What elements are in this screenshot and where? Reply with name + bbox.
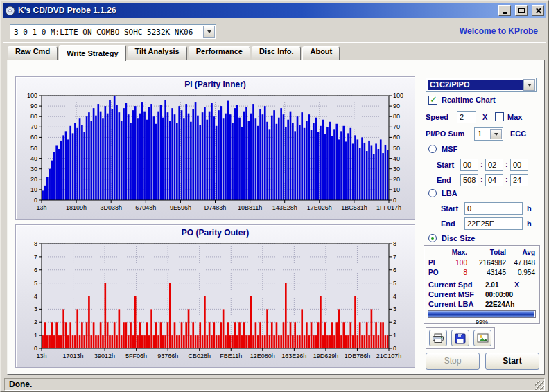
speed-max-checkbox[interactable]	[495, 112, 504, 121]
svg-text:50: 50	[31, 145, 37, 152]
svg-text:70: 70	[393, 123, 400, 130]
stats-pi-max: 100	[445, 259, 467, 267]
current-spd-value: 2.01	[485, 281, 498, 289]
svg-text:80: 80	[31, 113, 37, 120]
msf-end-label: End	[437, 176, 451, 184]
tab-performance[interactable]: Performance	[189, 46, 250, 60]
mode-selector-dropdown-button[interactable]	[523, 79, 535, 91]
print-button[interactable]	[429, 330, 447, 346]
svg-text:1: 1	[393, 332, 397, 339]
close-icon	[535, 8, 541, 14]
tab-tilt-analysis[interactable]: Tilt Analysis	[128, 46, 187, 60]
tab-about[interactable]: About	[302, 46, 340, 60]
chevron-down-icon	[528, 84, 532, 87]
chevron-down-icon	[207, 30, 211, 33]
drive-selector-value: 3-0-1-0 M:LITE-ON COMBO SOHC-5232K NK06	[14, 28, 193, 37]
stop-button[interactable]: Stop	[426, 353, 480, 370]
image-capture-icon	[477, 333, 489, 343]
pipo-sum-selector[interactable]: 1	[474, 127, 503, 141]
lba-radio[interactable]	[428, 189, 437, 197]
start-button[interactable]: Start	[485, 353, 539, 370]
resize-grip[interactable]	[535, 381, 544, 390]
speed-label: Speed	[426, 113, 448, 121]
svg-text:90: 90	[393, 103, 400, 109]
welcome-link[interactable]: Welcome to KProbe	[460, 26, 538, 36]
svg-text:1BC531h: 1BC531h	[341, 204, 367, 211]
svg-text:20: 20	[393, 176, 400, 183]
mode-selector[interactable]: C1C2/PIPO	[426, 78, 537, 92]
disc-size-radio[interactable]	[428, 234, 437, 242]
stats-panel: Max. Total Avg PI 100 2164982 47.848 PO …	[424, 245, 540, 324]
minimize-button[interactable]	[498, 5, 511, 16]
lba-start-field[interactable]	[464, 202, 523, 215]
save-button[interactable]	[451, 330, 469, 346]
svg-text:3: 3	[393, 305, 397, 312]
progress-fill	[428, 311, 534, 317]
msf-radio[interactable]	[428, 145, 437, 153]
printer-icon	[432, 333, 444, 344]
speed-unit-label: X	[482, 113, 487, 121]
svg-text:CB028h: CB028h	[188, 353, 211, 359]
po-chart-title: PO (Parity Outer)	[16, 228, 415, 238]
window-title: K's CD/DVD Probe 1.1.26	[18, 6, 494, 15]
realtime-chart-checkbox[interactable]	[428, 96, 437, 105]
msf-start-row: Start : :	[437, 159, 541, 172]
ecc-label: ECC	[510, 130, 526, 138]
speed-row: Speed X Max	[426, 111, 545, 125]
svg-text:6: 6	[393, 267, 397, 274]
pipo-sum-dropdown-button[interactable]	[490, 129, 502, 139]
stats-header-total: Total	[470, 249, 506, 256]
tab-write-strategy[interactable]: Write Strategy	[59, 45, 125, 61]
close-button[interactable]	[532, 5, 544, 16]
msf-end-m-field[interactable]	[460, 174, 478, 186]
svg-text:93766h: 93766h	[157, 353, 178, 359]
svg-text:20: 20	[31, 176, 37, 183]
stats-po-total: 43145	[470, 269, 506, 276]
msf-separator: :	[505, 160, 508, 168]
po-chart: 00112233445566778813h17013h39012h5FF06h9…	[17, 240, 414, 366]
drive-selector-dropdown-button[interactable]	[203, 26, 215, 38]
svg-text:FBE11h: FBE11h	[220, 353, 242, 359]
msf-start-s-field[interactable]	[485, 159, 503, 171]
maximize-button[interactable]	[515, 5, 528, 16]
svg-text:18109h: 18109h	[66, 204, 87, 211]
drive-selector[interactable]: 3-0-1-0 M:LITE-ON COMBO SOHC-5232K NK06	[10, 24, 216, 39]
current-msf-label: Current MSF	[428, 290, 474, 299]
tab-raw-cmd[interactable]: Raw Cmd	[8, 46, 58, 60]
msf-label: MSF	[442, 145, 458, 153]
pipo-sum-label: PI/PO Sum	[426, 130, 464, 138]
tab-page: PI (Parity Inner) 0010102020303040405050…	[7, 60, 545, 375]
msf-start-m-field[interactable]	[460, 159, 478, 171]
current-msf-value: 00:00:00	[485, 291, 513, 299]
stats-po-avg: 0.954	[507, 269, 535, 276]
svg-text:0: 0	[393, 197, 397, 204]
svg-text:30: 30	[393, 166, 400, 172]
svg-text:12E080h: 12E080h	[250, 353, 275, 359]
svg-text:0: 0	[34, 197, 37, 204]
lba-start-unit-label: h	[527, 204, 532, 213]
snapshot-button[interactable]	[473, 330, 491, 346]
tab-strip: Raw Cmd Write Strategy Tilt Analysis Per…	[8, 44, 341, 60]
speed-field[interactable]	[457, 111, 476, 123]
progress-bar	[428, 310, 536, 318]
msf-start-f-field[interactable]	[510, 159, 528, 171]
lba-start-row: Start h	[441, 202, 545, 216]
svg-text:17013h: 17013h	[63, 353, 84, 359]
svg-text:5: 5	[393, 280, 397, 287]
lba-start-label: Start	[441, 204, 458, 213]
svg-text:7: 7	[34, 253, 37, 260]
mode-selector-value: C1C2/PIPO	[428, 80, 523, 90]
app-icon	[5, 6, 15, 16]
disc-size-label: Disc Size	[442, 234, 475, 242]
svg-text:7: 7	[393, 253, 397, 260]
svg-text:90: 90	[31, 103, 37, 109]
svg-text:5FF06h: 5FF06h	[125, 353, 147, 359]
svg-text:143E28h: 143E28h	[272, 204, 297, 211]
msf-start-label: Start	[437, 161, 454, 169]
tab-disc-info[interactable]: Disc Info.	[252, 46, 302, 60]
msf-end-f-field[interactable]	[510, 174, 528, 186]
lba-end-row: End h	[441, 217, 545, 231]
lba-end-field[interactable]	[464, 217, 523, 230]
stats-pi-avg: 47.848	[507, 259, 535, 267]
msf-end-s-field[interactable]	[485, 174, 503, 186]
